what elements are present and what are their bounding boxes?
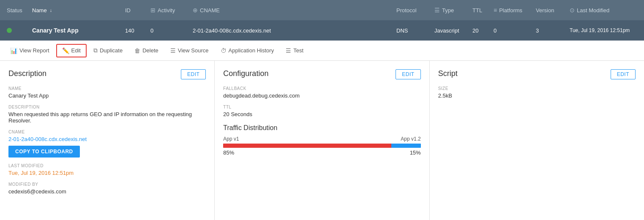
fallback-label: FALLBACK — [223, 86, 420, 91]
description-value: When requested this app returns GEO and … — [8, 111, 206, 124]
header-name: Name ↓ — [32, 7, 125, 14]
header-status: Status — [7, 7, 32, 14]
duplicate-button[interactable]: ⧉ Duplicate — [88, 44, 128, 57]
duplicate-icon: ⧉ — [93, 47, 98, 54]
bar-v1 — [223, 144, 391, 148]
last-modified-label: LAST MODIFIED — [8, 163, 206, 168]
copy-to-clipboard-button[interactable]: COPY TO CLIPBOARD — [8, 146, 80, 158]
header-lastmod: ⊙ Last Modified — [570, 7, 637, 14]
traffic-title: Traffic Distribution — [223, 124, 420, 132]
test-icon: ☰ — [286, 47, 291, 54]
configuration-edit-button[interactable]: EDIT — [396, 69, 420, 79]
platforms-icon: ≡ — [494, 7, 497, 14]
description-edit-button[interactable]: EDIT — [181, 69, 206, 79]
last-modified-value: Tue, Jul 19, 2016 12:51pm — [8, 170, 206, 176]
row-platforms: 0 — [494, 27, 536, 34]
config-ttl-label: TTL — [223, 105, 420, 109]
edit-button[interactable]: ✏️ Edit — [56, 44, 87, 57]
size-label: SIZE — [438, 86, 636, 91]
action-toolbar: 📊 View Report ✏️ Edit ⧉ Duplicate 🗑 Dele… — [0, 41, 644, 61]
header-platforms: ≡ Platforms — [494, 7, 536, 14]
activity-icon: ⊞ — [150, 7, 156, 14]
row-type: Javascript — [434, 27, 472, 34]
traffic-labels: App v1 App v1.2 — [223, 136, 420, 142]
table-row: Canary Test App 140 0 2-01-2a40-008c.cdx… — [0, 20, 644, 41]
row-lastmod: Tue, Jul 19, 2016 12:51pm — [570, 27, 637, 33]
description-label: DESCRIPTION — [8, 105, 206, 109]
modified-by-label: MODIFIED BY — [8, 182, 206, 187]
cname-value: 2-01-2a40-008c.cdx.cedexis.net — [8, 136, 206, 142]
header-type: ☰ Type — [434, 7, 472, 14]
status-dot — [7, 28, 12, 33]
description-panel: Description EDIT NAME Canary Test App DE… — [0, 61, 215, 220]
app-v12-label: App v1.2 — [401, 136, 420, 142]
configuration-title: Configuration — [223, 69, 268, 78]
cname-icon: ⊕ — [193, 7, 198, 14]
table-header: Status Name ↓ ID ⊞ Activity ⊕ CNAME Prot… — [0, 0, 644, 20]
header-protocol: Protocol — [396, 7, 434, 14]
lastmod-icon: ⊙ — [570, 7, 575, 14]
traffic-distribution: Traffic Distribution App v1 App v1.2 85%… — [223, 124, 420, 156]
row-cname: 2-01-2a40-008c.cdx.cedexis.net — [193, 27, 396, 34]
header-cname: ⊕ CNAME — [193, 7, 396, 14]
row-id: 140 — [125, 27, 150, 34]
test-button[interactable]: ☰ Test — [281, 45, 308, 57]
modified-by-value: cedexis6@cedexis.com — [8, 188, 206, 195]
config-ttl-value: 20 Seconds — [223, 111, 420, 117]
description-title: Description — [8, 69, 46, 78]
app-v1-pct: 85% — [223, 149, 234, 156]
script-panel: Script EDIT SIZE 2.5kB — [430, 61, 644, 220]
row-ttl: 20 — [472, 27, 494, 34]
edit-icon: ✏️ — [62, 47, 69, 54]
name-label: NAME — [8, 86, 206, 91]
clock-icon: ⏱ — [221, 47, 226, 54]
script-edit-button[interactable]: EDIT — [611, 69, 636, 79]
configuration-panel: Configuration EDIT FALLBACK debugdead.de… — [215, 61, 429, 220]
header-version: Version — [536, 7, 570, 14]
traffic-percentages: 85% 15% — [223, 149, 420, 156]
header-activity: ⊞ Activity — [150, 7, 193, 14]
app-v1-label: App v1 — [223, 136, 239, 142]
trash-icon: 🗑 — [134, 47, 140, 54]
script-panel-header: Script EDIT — [438, 69, 636, 79]
app-v12-pct: 15% — [410, 149, 421, 156]
delete-button[interactable]: 🗑 Delete — [129, 45, 164, 57]
script-title: Script — [438, 69, 458, 78]
row-protocol: DNS — [396, 27, 434, 34]
main-content: Description EDIT NAME Canary Test App DE… — [0, 61, 644, 220]
name-value: Canary Test App — [8, 92, 206, 99]
row-activity: 0 — [150, 27, 193, 34]
row-name: Canary Test App — [32, 27, 125, 34]
bar-v12 — [391, 144, 421, 148]
configuration-panel-header: Configuration EDIT — [223, 69, 420, 79]
view-source-button[interactable]: ☰ View Source — [165, 45, 214, 57]
app-history-button[interactable]: ⏱ Application History — [216, 45, 279, 57]
bar-chart-icon: 📊 — [10, 47, 17, 54]
description-panel-header: Description EDIT — [8, 69, 206, 79]
cname-label: CNAME — [8, 130, 206, 134]
header-id: ID — [125, 7, 150, 14]
sort-icon: ↓ — [50, 8, 52, 13]
size-value: 2.5kB — [438, 92, 636, 99]
fallback-value: debugdead.debug.cedexis.com — [223, 92, 420, 99]
view-report-button[interactable]: 📊 View Report — [5, 45, 55, 57]
row-status — [7, 28, 32, 33]
row-version: 3 — [536, 27, 570, 34]
type-icon: ☰ — [434, 7, 440, 14]
source-icon: ☰ — [170, 47, 176, 54]
header-ttl: TTL — [472, 7, 494, 14]
traffic-bar — [223, 144, 420, 148]
